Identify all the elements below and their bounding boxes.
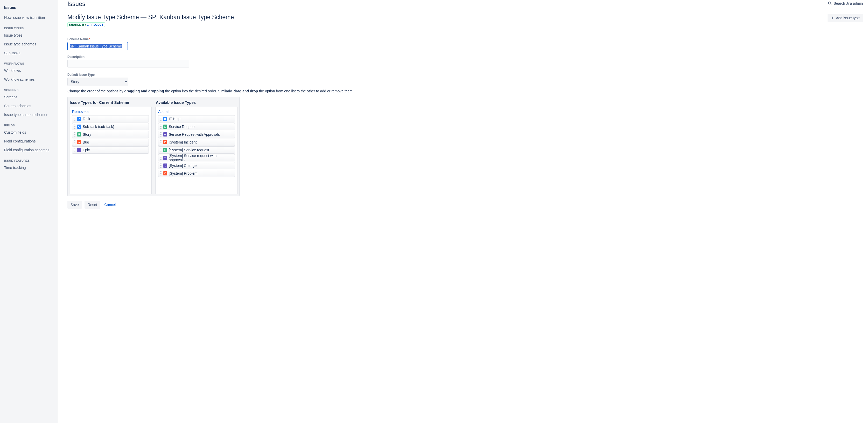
drag-handle-icon[interactable] — [74, 132, 75, 137]
service-icon — [163, 124, 167, 129]
issue-type-item[interactable]: Epic — [72, 146, 149, 153]
issue-type-item[interactable]: Service Request — [158, 123, 235, 130]
sidebar-section-label: ISSUE TYPES — [0, 22, 58, 31]
sidebar-item[interactable]: Workflows — [0, 66, 58, 75]
sidebar-item[interactable]: Issue type schemes — [0, 40, 58, 49]
issue-type-label: IT Help — [169, 117, 181, 121]
sidebar-item[interactable]: Field configuration schemes — [0, 146, 58, 154]
cancel-link[interactable]: Cancel — [103, 201, 118, 209]
add-issue-type-button[interactable]: Add issue type — [828, 14, 863, 22]
sidebar-item[interactable]: Custom fields — [0, 128, 58, 137]
svg-line-1 — [830, 4, 832, 5]
issue-type-item[interactable]: Service Request with Approvals — [158, 131, 235, 138]
scheme-name-input[interactable] — [67, 42, 128, 50]
description-label: Description — [67, 55, 868, 59]
bug-icon — [77, 140, 81, 144]
incident-icon — [163, 140, 167, 144]
svg-point-6 — [79, 142, 80, 143]
drag-handle-icon[interactable] — [160, 140, 161, 144]
issue-type-panels: Issue Types for Current Scheme Remove al… — [67, 97, 240, 196]
issue-type-label: Service Request — [169, 124, 195, 129]
svg-point-0 — [828, 2, 831, 4]
search-jira-admin[interactable]: Search Jira admin — [828, 0, 863, 5]
add-all-link[interactable]: Add all — [158, 110, 169, 114]
default-issue-type-label: Default Issue Type — [67, 73, 868, 77]
svg-line-17 — [165, 173, 166, 174]
svg-rect-14 — [164, 157, 166, 158]
issue-type-label: [System] Service request — [169, 148, 209, 152]
page-title: Issues — [67, 0, 85, 7]
svg-rect-9 — [164, 134, 166, 134]
issue-type-item[interactable]: IT Help — [158, 115, 235, 122]
drag-handle-icon[interactable] — [160, 117, 161, 121]
reset-button[interactable]: Reset — [85, 201, 100, 209]
sidebar-section-label: ISSUE FEATURES — [0, 154, 58, 163]
sidebar-item[interactable]: Screen schemes — [0, 102, 58, 110]
issue-type-item[interactable]: [System] Incident — [158, 139, 235, 146]
helper-text: Change the order of the options by dragg… — [67, 89, 868, 93]
drag-handle-icon[interactable] — [74, 140, 75, 144]
sidebar-item[interactable]: Issue types — [0, 31, 58, 40]
issue-type-label: Story — [83, 132, 91, 137]
drag-handle-icon[interactable] — [74, 117, 75, 121]
drag-handle-icon[interactable] — [74, 124, 75, 129]
task-icon — [77, 117, 81, 121]
search-icon — [828, 1, 832, 5]
issue-type-label: Task — [83, 117, 90, 121]
sidebar-item[interactable]: Issue type screen schemes — [0, 110, 58, 119]
subtask-icon — [77, 124, 81, 129]
issue-type-item[interactable]: [System] Change — [158, 162, 235, 169]
issue-type-item[interactable]: [System] Problem — [158, 170, 235, 177]
panel-available-header: Available Issue Types — [155, 98, 238, 107]
sidebar-item[interactable]: Sub-tasks — [0, 49, 58, 57]
drag-handle-icon[interactable] — [160, 164, 161, 168]
issue-type-item[interactable]: Story — [72, 131, 149, 138]
page-subtitle: Modify Issue Type Scheme — SP: Kanban Is… — [67, 14, 234, 21]
sidebar-item[interactable]: New issue view transition — [0, 13, 58, 22]
sidebar-section-label: SCREENS — [0, 84, 58, 93]
default-issue-type-select[interactable]: Story — [67, 78, 128, 86]
save-button[interactable]: Save — [67, 201, 82, 209]
drag-handle-icon[interactable] — [74, 148, 75, 152]
svg-rect-13 — [164, 149, 166, 151]
issue-type-item[interactable]: Bug — [72, 139, 149, 146]
drag-handle-icon[interactable] — [160, 171, 161, 175]
remove-all-link[interactable]: Remove all — [72, 110, 90, 114]
help-icon — [163, 117, 167, 121]
epic-icon — [77, 148, 81, 152]
shared-projects-link[interactable]: 1 PROJECT — [87, 23, 103, 26]
scheme-name-label: Scheme Name* — [67, 37, 868, 41]
drag-handle-icon[interactable] — [160, 132, 161, 137]
svg-rect-7 — [164, 118, 166, 120]
issue-type-item[interactable]: [System] Service request with approvals — [158, 154, 235, 162]
drag-handle-icon[interactable] — [160, 124, 161, 129]
story-icon — [77, 132, 81, 137]
issue-type-item[interactable]: [System] Service request — [158, 146, 235, 153]
description-input[interactable] — [67, 60, 189, 67]
issue-type-label: [System] Change — [169, 164, 196, 168]
drag-handle-icon[interactable] — [160, 148, 161, 152]
sidebar-item[interactable]: Time tracking — [0, 163, 58, 172]
sidebar-item[interactable]: Workflow schemes — [0, 75, 58, 84]
change-icon — [163, 164, 167, 168]
panel-current-scheme: Issue Types for Current Scheme Remove al… — [69, 98, 152, 194]
approvals-icon — [163, 132, 167, 137]
sidebar-item[interactable]: Screens — [0, 93, 58, 102]
sidebar-item[interactable]: Field configurations — [0, 137, 58, 146]
sidebar: Issues New issue view transition ISSUE T… — [0, 0, 58, 423]
issue-type-item[interactable]: Task — [72, 115, 149, 122]
problem-icon — [163, 171, 167, 175]
issue-type-item[interactable]: Sub-task (sub-task) — [72, 123, 149, 130]
issue-type-label: [System] Service request with approvals — [169, 153, 233, 162]
sidebar-title: Issues — [0, 3, 58, 13]
drag-handle-icon[interactable] — [160, 156, 161, 160]
panel-current-header: Issue Types for Current Scheme — [69, 98, 152, 107]
svg-rect-15 — [164, 158, 166, 158]
svg-line-12 — [165, 142, 166, 143]
search-label: Search Jira admin — [834, 1, 863, 5]
plus-icon — [831, 16, 834, 20]
svg-rect-8 — [164, 126, 166, 128]
issue-type-label: [System] Problem — [169, 171, 197, 175]
service-icon — [163, 148, 167, 152]
issue-type-label: Bug — [83, 140, 89, 144]
